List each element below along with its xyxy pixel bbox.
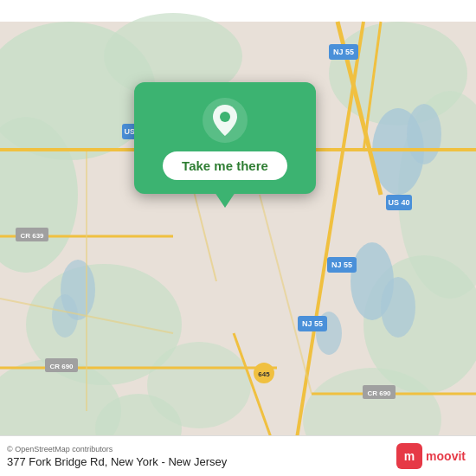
map-container: NJ 55 US 40 US 40 CR 639 NJ 55 NJ 55 CR …: [0, 0, 476, 476]
moovit-logo: m moovit: [396, 443, 466, 469]
location-pin-icon: [203, 98, 248, 143]
address-label: 377 Fork Bridge Rd, New York - New Jerse…: [7, 455, 227, 468]
svg-text:CR 690: CR 690: [49, 363, 74, 370]
moovit-brand-text: moovit: [426, 449, 466, 463]
svg-point-18: [52, 294, 78, 338]
svg-point-13: [407, 104, 441, 164]
svg-text:US 40: US 40: [388, 198, 409, 207]
take-me-there-button[interactable]: Take me there: [163, 151, 287, 180]
map-attribution: © OpenStreetMap contributors: [7, 445, 227, 453]
popup-card: Take me there: [134, 82, 316, 194]
svg-text:NJ 55: NJ 55: [333, 48, 354, 56]
svg-text:m: m: [404, 449, 415, 463]
svg-point-50: [220, 112, 230, 122]
bottom-bar: © OpenStreetMap contributors 377 Fork Br…: [0, 435, 476, 476]
map-background: NJ 55 US 40 US 40 CR 639 NJ 55 NJ 55 CR …: [0, 0, 476, 476]
svg-text:CR 690: CR 690: [367, 389, 391, 397]
svg-point-15: [381, 277, 415, 338]
bottom-left-info: © OpenStreetMap contributors 377 Fork Br…: [7, 445, 227, 468]
svg-text:NJ 55: NJ 55: [331, 261, 352, 269]
svg-text:645: 645: [258, 370, 270, 378]
svg-text:NJ 55: NJ 55: [302, 319, 323, 328]
svg-text:CR 639: CR 639: [20, 232, 44, 240]
moovit-icon: m: [396, 443, 422, 469]
